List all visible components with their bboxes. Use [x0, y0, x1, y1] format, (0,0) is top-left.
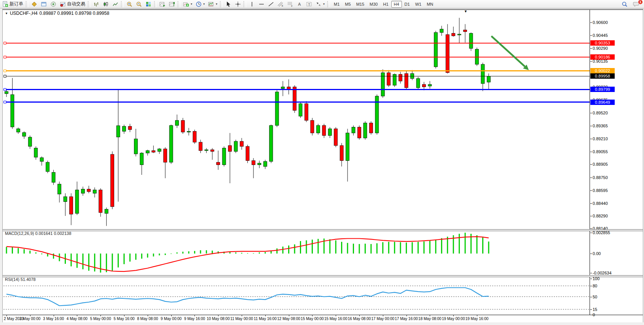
timeframe-h4-button[interactable]: H4 — [391, 1, 402, 8]
crosshair-tool-button[interactable] — [233, 1, 242, 8]
candle — [363, 121, 367, 140]
svg-text:T: T — [308, 2, 311, 6]
candlestick-mode-button[interactable] — [101, 1, 110, 8]
tile-windows-button[interactable] — [144, 1, 153, 8]
timeframe-d1-button[interactable]: D1 — [402, 1, 413, 8]
timeframe-button-group: M1M5M15M30H1H4D1W1MN — [331, 2, 436, 7]
macd-histogram-bar — [188, 251, 189, 254]
macd-histogram-bar — [335, 240, 336, 254]
time-axis-label[interactable]: 11 May 00:00 — [230, 317, 253, 321]
time-axis-label[interactable]: 9 May 16:00 — [184, 317, 205, 321]
line-anchor-handle[interactable] — [4, 101, 6, 103]
line-anchor-handle[interactable] — [4, 75, 6, 77]
text-label-icon: T — [306, 1, 312, 7]
chart-shift-marker-icon[interactable]: ▼ — [464, 10, 467, 13]
window-bottom-edge — [0, 322, 644, 325]
time-axis-label[interactable]: 16 May 08:00 — [348, 317, 371, 321]
main-price-chart[interactable] — [3, 9, 643, 230]
auto-scroll-button[interactable] — [158, 1, 167, 8]
rsi-indicator-panel[interactable] — [3, 276, 643, 315]
chart-window[interactable]: ▼ USDCHF-,H4 0.89887 0.89991 0.89798 0.8… — [2, 9, 643, 323]
data-window-button[interactable] — [39, 1, 48, 8]
time-axis-label[interactable]: 15 May 00:00 — [301, 317, 324, 321]
chart-shift-button[interactable] — [167, 1, 177, 8]
time-axis-label[interactable]: 11 May 16:00 — [254, 317, 277, 321]
line-anchor-handle[interactable] — [4, 56, 6, 58]
candle — [399, 72, 402, 84]
equidistant-channel-tool-button[interactable]: E — [276, 1, 285, 8]
horizontal-line-tool-button[interactable] — [257, 1, 266, 8]
text-label-tool-button[interactable]: T — [304, 1, 314, 8]
equidistant-channel-icon: E — [277, 1, 284, 7]
time-axis-label[interactable]: 15 May 16:00 — [324, 317, 348, 321]
notifications-button[interactable]: 1 — [631, 1, 641, 8]
market-watch-button[interactable] — [30, 1, 39, 8]
timeframe-m15-button[interactable]: M15 — [354, 1, 367, 8]
time-axis-label[interactable]: 18 May 08:00 — [418, 317, 442, 321]
time-axis-label[interactable]: 3 May 16:00 — [43, 317, 64, 321]
line-chart-mode-button[interactable] — [111, 1, 120, 8]
candle — [334, 127, 338, 147]
new-order-button[interactable]: 新订单 — [1, 1, 25, 8]
candle — [187, 128, 190, 136]
text-tool-button[interactable]: A — [295, 1, 304, 8]
chart-symbol-period: USDCHF-,H4 — [10, 11, 38, 16]
macd-histogram-bar — [35, 252, 37, 254]
time-axis-tick — [312, 315, 312, 316]
new-order-label: 新订单 — [10, 1, 23, 7]
time-axis-tick — [194, 315, 195, 316]
bar-chart-mode-button[interactable] — [92, 1, 101, 8]
time-axis-label[interactable]: 19 May 16:00 — [465, 317, 489, 321]
templates-button[interactable]: ▾ — [207, 1, 219, 8]
line-anchor-handle[interactable] — [4, 70, 6, 72]
timeframe-m30-button[interactable]: M30 — [367, 1, 380, 8]
time-axis-label[interactable]: 17 May 16:00 — [395, 317, 418, 321]
time-axis-label[interactable]: 8 May 08:00 — [137, 317, 158, 321]
indicators-button[interactable]: ▾ — [182, 1, 194, 8]
time-axis-label[interactable]: 19 May 00:00 — [442, 317, 465, 321]
autotrading-label: 自动交易 — [67, 1, 85, 7]
zoom-in-button[interactable] — [125, 1, 134, 8]
timeframe-h1-button[interactable]: H1 — [380, 1, 391, 8]
time-axis-label[interactable]: 17 May 00:00 — [371, 317, 394, 321]
navigator-button[interactable] — [49, 1, 58, 8]
macd-histogram-bar — [230, 252, 231, 254]
line-anchor-handle[interactable] — [4, 42, 6, 44]
time-axis-label[interactable]: 10 May 08:00 — [207, 317, 230, 321]
time-axis-label[interactable]: 5 May 16:00 — [113, 317, 134, 321]
time-axis-label[interactable]: 9 May 00:00 — [161, 317, 182, 321]
macd-histogram-bar — [341, 242, 342, 254]
one-click-collapse-icon[interactable]: ▼ — [5, 12, 8, 15]
time-axis-label[interactable]: 3 May 00:00 — [19, 317, 40, 321]
time-axis-label[interactable]: 4 May 08:00 — [67, 317, 88, 321]
panel-separator[interactable] — [3, 229, 643, 231]
price-axis-tick: 0.88905 — [593, 162, 608, 166]
candle — [46, 161, 49, 173]
price-axis-tick: 0.90445 — [593, 33, 608, 38]
vertical-line-tool-button[interactable] — [247, 1, 257, 8]
search-button[interactable] — [620, 1, 629, 8]
price-axis-tick: 0.88595 — [593, 188, 608, 193]
trendline-tool-button[interactable] — [266, 1, 276, 8]
periods-button[interactable]: ▾ — [194, 1, 206, 8]
arrows-tool-button[interactable]: ▾ — [314, 1, 326, 8]
time-axis-label[interactable]: 12 May 08:00 — [277, 317, 300, 321]
macd-histogram-bar — [235, 252, 236, 254]
line-anchor-handle[interactable] — [4, 88, 6, 90]
candle — [199, 140, 202, 153]
cursor-tool-button[interactable] — [224, 1, 233, 8]
timeframe-mn-button[interactable]: MN — [424, 1, 436, 8]
rsi-axis-tick: 50 — [593, 295, 597, 299]
fibonacci-tool-button[interactable]: F — [285, 1, 295, 8]
timeframe-m5-button[interactable]: M5 — [342, 1, 353, 8]
autotrading-button[interactable]: 自动交易 — [58, 1, 87, 8]
panel-separator[interactable] — [3, 275, 643, 277]
time-axis-label[interactable]: 5 May 00:00 — [90, 317, 111, 321]
zoom-out-button[interactable] — [134, 1, 143, 8]
down-trend-arrow-annotation[interactable] — [491, 36, 529, 70]
candle — [146, 150, 149, 155]
macd-indicator-panel[interactable] — [3, 230, 643, 276]
timeframe-m1-button[interactable]: M1 — [331, 1, 342, 8]
time-axis-tick — [77, 315, 77, 316]
timeframe-w1-button[interactable]: W1 — [413, 1, 424, 8]
